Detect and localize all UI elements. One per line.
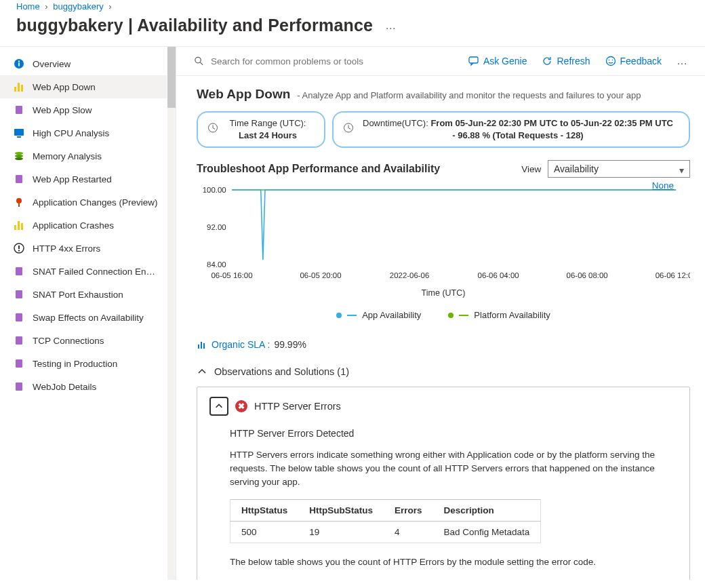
stack-icon: [14, 151, 24, 161]
sidebar-item-webjob[interactable]: WebJob Details: [0, 375, 167, 398]
info-icon: [14, 58, 24, 69]
observation-card: ✖ HTTP Server Errors HTTP Server Errors …: [197, 387, 690, 580]
section-header: Web App Down - Analyze App and Platform …: [197, 87, 690, 102]
error-icon: ✖: [235, 400, 247, 412]
sidebar: Overview Web App Down Web App Slow High …: [0, 47, 176, 580]
sidebar-item-memory[interactable]: Memory Analysis: [0, 144, 167, 168]
svg-text:06-06 12:00: 06-06 12:00: [656, 272, 690, 280]
sidebar-item-swap[interactable]: Swap Effects on Availability: [0, 306, 167, 329]
clipboard-icon: [14, 312, 24, 323]
section-title: Web App Down: [197, 87, 290, 102]
sidebar-item-label: SNAT Port Exhaustion: [33, 290, 123, 300]
legend-app: App Availability: [336, 310, 421, 320]
chevron-down-icon: ▾: [679, 165, 684, 176]
chart-svg: 84.0092.00100.0006-05 16:0006-05 20:0020…: [197, 183, 690, 285]
sidebar-item-label: Web App Slow: [33, 105, 92, 115]
sidebar-item-label: Overview: [33, 59, 70, 69]
clipboard-icon: [14, 335, 24, 346]
sidebar-item-snat-failed[interactable]: SNAT Failed Connection Endp...: [0, 260, 167, 283]
svg-text:06-06 04:00: 06-06 04:00: [478, 272, 519, 280]
legend-app-label: App Availability: [362, 310, 421, 320]
clipboard-icon: [14, 104, 24, 115]
svg-text:06-06 08:00: 06-06 08:00: [567, 272, 608, 280]
sidebar-item-testing[interactable]: Testing in Production: [0, 352, 167, 375]
chevron-right-icon: ›: [45, 1, 47, 12]
toolbar: Ask Genie Refresh Feedback …: [176, 47, 705, 76]
sla-label: Organic SLA :: [212, 339, 270, 350]
svg-point-11: [15, 157, 23, 160]
sidebar-item-crashes[interactable]: Application Crashes: [0, 214, 167, 237]
time-range-pill[interactable]: Time Range (UTC): Last 24 Hours: [197, 111, 325, 148]
svg-text:100.00: 100.00: [203, 187, 226, 195]
svg-rect-28: [469, 57, 478, 63]
ask-genie-button[interactable]: Ask Genie: [464, 56, 531, 66]
table-cell: 500: [230, 522, 299, 543]
sidebar-item-high-cpu[interactable]: High CPU Analysis: [0, 121, 167, 144]
refresh-button[interactable]: Refresh: [538, 56, 594, 66]
svg-rect-3: [14, 87, 16, 92]
sidebar-item-restarted[interactable]: Web App Restarted: [0, 168, 167, 191]
downtime-pill[interactable]: Downtime(UTC): From 05-Jun-22 02:30 PM U…: [332, 111, 690, 148]
breadcrumb-home[interactable]: Home: [16, 1, 40, 12]
svg-text:84.00: 84.00: [207, 261, 226, 269]
svg-rect-6: [16, 106, 22, 114]
clipboard-icon: [14, 381, 24, 392]
view-select[interactable]: Availability ▾: [548, 160, 690, 178]
observation-title: HTTP Server Errors: [254, 401, 341, 412]
clock-icon: [343, 123, 354, 137]
sidebar-item-web-app-down[interactable]: Web App Down: [0, 75, 167, 98]
scrollbar[interactable]: [167, 47, 176, 580]
page-title: buggybakery | Availability and Performan…: [16, 16, 373, 35]
svg-point-9: [15, 152, 23, 155]
more-icon[interactable]: …: [385, 20, 397, 32]
feedback-button[interactable]: Feedback: [601, 56, 666, 66]
sidebar-item-label: WebJob Details: [33, 382, 96, 392]
clipboard-icon: [14, 289, 24, 300]
chevron-right-icon: ›: [108, 1, 111, 12]
sidebar-item-tcp[interactable]: TCP Connections: [0, 329, 167, 352]
breadcrumb-app[interactable]: buggybakery: [53, 1, 103, 12]
refresh-label: Refresh: [557, 56, 590, 66]
bar-chart-icon: [14, 220, 24, 231]
svg-rect-15: [18, 221, 20, 230]
table-cell: 4: [384, 522, 433, 543]
sidebar-item-app-changes[interactable]: Application Changes (Preview): [0, 191, 167, 214]
breadcrumb: Home › buggybakery ›: [0, 0, 705, 16]
svg-point-31: [611, 60, 613, 61]
main: Ask Genie Refresh Feedback … Web App Dow…: [176, 47, 705, 580]
collapse-button[interactable]: [209, 397, 228, 416]
svg-rect-20: [16, 267, 22, 275]
sidebar-item-snat-port[interactable]: SNAT Port Exhaustion: [0, 283, 167, 306]
sidebar-item-web-app-slow[interactable]: Web App Slow: [0, 98, 167, 121]
svg-rect-16: [21, 223, 23, 230]
sla-row[interactable]: Organic SLA : 99.99%: [197, 339, 690, 350]
svg-rect-14: [14, 225, 16, 230]
svg-text:92.00: 92.00: [207, 224, 226, 232]
svg-rect-4: [18, 83, 20, 92]
chat-icon: [468, 56, 479, 66]
sidebar-item-label: SNAT Failed Connection Endp...: [33, 267, 160, 277]
svg-point-29: [606, 57, 615, 66]
x-axis-title: Time (UTC): [197, 288, 690, 298]
sidebar-item-label: Web App Down: [33, 82, 96, 92]
refresh-icon: [542, 56, 552, 66]
smile-icon: [605, 56, 616, 66]
table-header: Errors: [384, 500, 433, 522]
sidebar-item-http-4xx[interactable]: HTTP 4xx Errors: [0, 237, 167, 260]
svg-point-30: [608, 60, 609, 61]
svg-rect-25: [16, 383, 22, 391]
table-header: HttpSubStatus: [298, 500, 384, 522]
toolbar-more-icon[interactable]: …: [672, 55, 693, 67]
sidebar-item-overview[interactable]: Overview: [0, 52, 167, 75]
observations-header[interactable]: Observations and Solutions (1): [197, 366, 690, 377]
time-range-value: Last 24 Hours: [239, 130, 297, 140]
search-input[interactable]: [211, 56, 458, 66]
pin-icon: [14, 197, 24, 208]
view-value: Availability: [554, 163, 599, 174]
table-cell: 19: [298, 522, 384, 543]
sidebar-item-label: Application Changes (Preview): [33, 197, 158, 208]
sidebar-item-label: Testing in Production: [33, 359, 117, 369]
title-row: buggybakery | Availability and Performan…: [0, 16, 705, 46]
none-link[interactable]: None: [652, 180, 674, 191]
table-row: 500194Bad Config Metadata: [230, 522, 541, 543]
